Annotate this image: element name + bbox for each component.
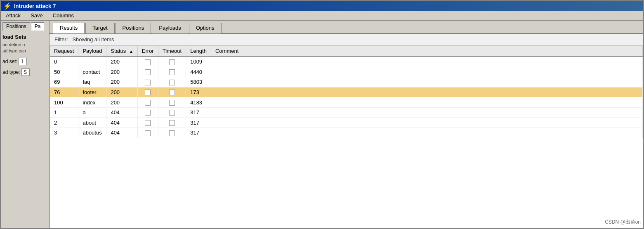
col-header-request[interactable]: Request bbox=[50, 46, 78, 57]
sidebar-set-label: ad set: bbox=[2, 59, 17, 64]
table-cell: faq bbox=[78, 77, 106, 87]
table-body: 0200100950contact200444069faq200580376fo… bbox=[50, 57, 643, 138]
table-row[interactable]: 02001009 bbox=[50, 57, 643, 67]
col-header-timeout[interactable]: Timeout bbox=[158, 46, 186, 57]
main-window: ⚡ Intruder attack 7 Attack Save Columns … bbox=[0, 0, 644, 229]
filter-label: Filter: bbox=[54, 36, 68, 42]
checkbox-cell[interactable] bbox=[137, 67, 158, 77]
table-cell: 200 bbox=[106, 87, 137, 97]
table-cell: about bbox=[78, 118, 106, 128]
table-row[interactable]: 50contact2004440 bbox=[50, 67, 643, 77]
checkbox-cell[interactable] bbox=[137, 57, 158, 67]
table-row[interactable]: 69faq2005803 bbox=[50, 77, 643, 87]
tab-target[interactable]: Target bbox=[85, 23, 114, 33]
checkbox-display bbox=[145, 110, 151, 116]
table-cell: 317 bbox=[186, 127, 211, 138]
checkbox-cell[interactable] bbox=[158, 87, 186, 97]
table-cell: 0 bbox=[50, 57, 78, 67]
sidebar-set-field: ad set: 1 bbox=[2, 58, 47, 65]
checkbox-display bbox=[145, 100, 151, 106]
col-header-payload[interactable]: Payload bbox=[78, 46, 106, 57]
menu-bar: Attack Save Columns bbox=[1, 11, 643, 21]
window-title: Intruder attack 7 bbox=[14, 3, 56, 9]
table-cell bbox=[78, 57, 106, 67]
checkbox-cell[interactable] bbox=[158, 97, 186, 108]
results-table-container: Request Payload Status ▲ Error bbox=[50, 45, 643, 228]
checkbox-cell[interactable] bbox=[137, 127, 158, 138]
sidebar: Positions Pa load Sets an define o ad ty… bbox=[1, 21, 50, 228]
filter-bar: Filter: Showing all items bbox=[50, 34, 643, 45]
results-table: Request Payload Status ▲ Error bbox=[50, 46, 643, 138]
tab-payloads[interactable]: Payloads bbox=[152, 23, 188, 33]
sidebar-tab-positions[interactable]: Positions bbox=[2, 22, 30, 31]
table-row[interactable]: 100index2004183 bbox=[50, 97, 643, 108]
tab-results[interactable]: Results bbox=[53, 23, 85, 33]
table-cell: 4183 bbox=[186, 97, 211, 108]
checkbox-cell[interactable] bbox=[137, 77, 158, 87]
table-cell: 404 bbox=[106, 118, 137, 128]
sidebar-type-value[interactable]: S bbox=[21, 68, 30, 76]
tabs-row: Results Target Positions Payloads Option… bbox=[50, 21, 643, 34]
col-header-comment[interactable]: Comment bbox=[211, 46, 642, 57]
filter-text: Showing all items bbox=[72, 36, 114, 42]
sidebar-tab-pa[interactable]: Pa bbox=[31, 22, 45, 31]
sidebar-description: an define o ad type can bbox=[2, 42, 47, 54]
table-cell bbox=[211, 127, 642, 138]
col-header-status[interactable]: Status ▲ bbox=[106, 46, 137, 57]
checkbox-display bbox=[169, 130, 175, 136]
checkbox-cell[interactable] bbox=[158, 77, 186, 87]
table-cell: footer bbox=[78, 87, 106, 97]
checkbox-cell[interactable] bbox=[137, 118, 158, 128]
tab-options[interactable]: Options bbox=[189, 23, 222, 33]
table-cell bbox=[211, 97, 642, 108]
table-cell: 50 bbox=[50, 67, 78, 77]
checkbox-display bbox=[169, 90, 175, 95]
table-cell: a bbox=[78, 107, 106, 118]
menu-columns[interactable]: Columns bbox=[51, 12, 75, 19]
sort-arrow-icon: ▲ bbox=[129, 49, 133, 54]
table-cell: 76 bbox=[50, 87, 78, 97]
app-icon: ⚡ bbox=[3, 2, 12, 10]
table-cell: 200 bbox=[106, 57, 137, 67]
table-cell bbox=[211, 57, 642, 67]
checkbox-cell[interactable] bbox=[137, 97, 158, 108]
checkbox-display bbox=[145, 130, 151, 136]
table-cell: 69 bbox=[50, 77, 78, 87]
checkbox-cell[interactable] bbox=[137, 107, 158, 118]
checkbox-cell[interactable] bbox=[158, 67, 186, 77]
right-panel: Results Target Positions Payloads Option… bbox=[50, 21, 643, 228]
table-cell: 4440 bbox=[186, 67, 211, 77]
checkbox-cell[interactable] bbox=[158, 107, 186, 118]
table-row[interactable]: 3aboutus404317 bbox=[50, 127, 643, 138]
menu-attack[interactable]: Attack bbox=[4, 12, 22, 19]
col-header-error[interactable]: Error bbox=[137, 46, 158, 57]
checkbox-display bbox=[145, 120, 151, 126]
checkbox-display bbox=[169, 120, 175, 126]
checkbox-display bbox=[169, 110, 175, 116]
table-cell bbox=[211, 118, 642, 128]
table-cell: 404 bbox=[106, 127, 137, 138]
table-cell: 317 bbox=[186, 118, 211, 128]
checkbox-cell[interactable] bbox=[158, 57, 186, 67]
table-row[interactable]: 1a404317 bbox=[50, 107, 643, 118]
tab-positions[interactable]: Positions bbox=[116, 23, 151, 33]
col-header-length[interactable]: Length bbox=[186, 46, 211, 57]
checkbox-cell[interactable] bbox=[158, 127, 186, 138]
table-row[interactable]: 76footer200173 bbox=[50, 87, 643, 97]
menu-save[interactable]: Save bbox=[29, 12, 45, 19]
table-cell: 317 bbox=[186, 107, 211, 118]
checkbox-cell[interactable] bbox=[158, 118, 186, 128]
table-cell: 2 bbox=[50, 118, 78, 128]
checkbox-display bbox=[145, 69, 151, 75]
table-cell: 200 bbox=[106, 77, 137, 87]
table-cell: 200 bbox=[106, 97, 137, 108]
table-cell: aboutus bbox=[78, 127, 106, 138]
table-cell: contact bbox=[78, 67, 106, 77]
table-row[interactable]: 2about404317 bbox=[50, 118, 643, 128]
table-cell: 173 bbox=[186, 87, 211, 97]
checkbox-display bbox=[145, 59, 151, 65]
sidebar-set-value[interactable]: 1 bbox=[19, 58, 27, 65]
table-cell: index bbox=[78, 97, 106, 108]
checkbox-cell[interactable] bbox=[137, 87, 158, 97]
table-header-row: Request Payload Status ▲ Error bbox=[50, 46, 643, 57]
